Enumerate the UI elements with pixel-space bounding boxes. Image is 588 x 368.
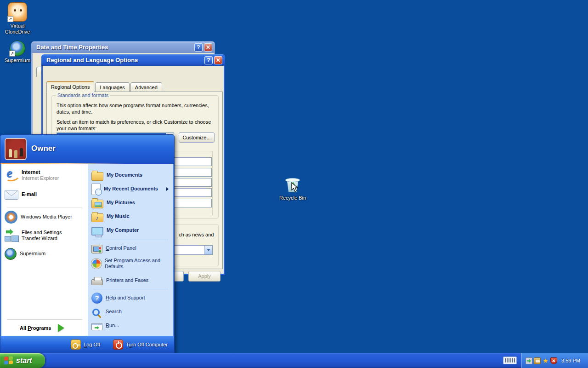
apply-button[interactable]: Apply xyxy=(188,271,220,282)
chevron-down-icon[interactable] xyxy=(204,246,212,254)
virtual-clonedrive-icon: ↗ xyxy=(8,2,27,22)
menu-item-my-computer[interactable]: My Computer xyxy=(89,224,172,237)
mouse-cursor xyxy=(291,182,299,193)
desktop-icon-label: Recycle Bin xyxy=(274,195,311,201)
menu-item-printers-and-faxes[interactable]: Printers and Faxes xyxy=(89,274,172,287)
window-title: Date and Time Properties xyxy=(36,44,193,51)
start-menu-footer: Log Off Turn Off Computer xyxy=(0,336,174,353)
tab-regional-options[interactable]: Regional Options xyxy=(46,81,94,92)
help-icon: ? xyxy=(91,293,102,304)
turn-off-computer-button[interactable]: Turn Off Computer xyxy=(110,339,168,350)
taskbar-clock[interactable]: 3:59 PM xyxy=(561,358,580,363)
start-menu-places-column: My Documents My Recent Documents My Pict… xyxy=(88,164,173,336)
menu-item-supermium[interactable]: Supermium xyxy=(2,247,87,261)
menu-item-transfer-wizard[interactable]: Files and Settings Transfer Wizard xyxy=(2,226,87,245)
menu-item-search[interactable]: Search xyxy=(89,305,172,318)
recent-documents-icon xyxy=(91,184,101,195)
shortcut-arrow-icon: ↗ xyxy=(7,16,13,22)
search-icon xyxy=(92,309,100,316)
folder-pictures-icon xyxy=(91,200,103,208)
separator xyxy=(93,289,169,289)
tab-advanced[interactable]: Advanced xyxy=(130,82,162,92)
menu-item-my-documents[interactable]: My Documents xyxy=(89,169,172,182)
customize-button[interactable]: Customize... xyxy=(179,132,215,143)
run-icon xyxy=(91,323,102,330)
email-icon xyxy=(5,190,18,200)
start-button[interactable]: start xyxy=(0,353,45,368)
log-off-button[interactable]: Log Off xyxy=(68,339,100,350)
start-menu: Owner Internet Internet Explorer E-mail … xyxy=(0,134,175,353)
menu-item-internet[interactable]: Internet Internet Explorer xyxy=(2,167,87,184)
help-button[interactable]: ? xyxy=(204,56,213,64)
menu-item-my-music[interactable]: My Music xyxy=(89,210,172,223)
desktop-icon-label: Supermium xyxy=(0,58,36,63)
close-button[interactable]: ✕ xyxy=(214,56,222,64)
menu-item-email[interactable]: E-mail xyxy=(2,187,87,202)
desktop-icon-supermium[interactable]: ↗ Supermium xyxy=(0,40,36,63)
menu-item-my-recent-documents[interactable]: My Recent Documents xyxy=(89,183,172,196)
menu-item-windows-media-player[interactable]: Windows Media Player xyxy=(2,210,87,224)
menu-item-my-pictures[interactable]: My Pictures xyxy=(89,196,172,209)
volume-icon[interactable] xyxy=(534,357,541,364)
menu-item-set-program-access[interactable]: Set Program Access and Defaults xyxy=(89,255,172,272)
all-programs-button[interactable]: All Programs xyxy=(20,324,64,332)
user-avatar xyxy=(5,138,27,160)
standards-description-2: Select an item to match its preferences,… xyxy=(57,119,213,132)
start-menu-header: Owner xyxy=(0,135,174,164)
folder-music-icon xyxy=(91,213,103,222)
group-legend: Standards and formats xyxy=(56,92,110,98)
security-alert-icon[interactable]: ✕ xyxy=(550,357,557,364)
supermium-icon xyxy=(5,248,17,260)
all-programs-arrow-icon xyxy=(58,324,64,332)
folder-icon xyxy=(91,172,103,181)
menu-item-sublabel: Internet Explorer xyxy=(22,175,59,181)
regional-titlebar[interactable]: Regional and Language Options ? ✕ xyxy=(41,54,225,66)
date-time-titlebar[interactable]: Date and Time Properties ? ✕ xyxy=(31,41,215,53)
tab-strip: Regional Options Languages Advanced xyxy=(46,80,163,92)
program-access-icon xyxy=(91,259,102,269)
shortcut-arrow-icon: ↗ xyxy=(9,51,15,57)
menu-item-run[interactable]: Run... xyxy=(89,319,172,332)
transfer-wizard-icon xyxy=(5,230,18,242)
user-name: Owner xyxy=(31,144,56,153)
close-button[interactable]: ✕ xyxy=(204,43,212,52)
help-button[interactable]: ? xyxy=(194,43,203,52)
supermium-icon: ↗ xyxy=(10,40,25,56)
keyboard-icon[interactable] xyxy=(503,356,517,364)
start-menu-pinned-column: Internet Internet Explorer E-mail Window… xyxy=(1,164,88,336)
separator xyxy=(93,240,169,240)
window-title: Regional and Language Options xyxy=(46,57,203,63)
separator xyxy=(7,319,82,320)
menu-item-control-panel[interactable]: Control Panel xyxy=(89,242,172,255)
desktop-icon-label: Virtual CloneDrive xyxy=(0,23,36,35)
power-icon xyxy=(113,339,123,350)
system-tray: ★ ✕ 3:59 PM xyxy=(521,353,588,368)
taskbar: start ★ ✕ 3:59 PM xyxy=(0,353,588,368)
log-off-key-icon xyxy=(71,339,81,350)
desktop-icon-virtual-clonedrive[interactable]: ↗ Virtual CloneDrive xyxy=(0,2,36,35)
menu-item-help-and-support[interactable]: ? Help and Support xyxy=(89,292,172,305)
windows-flag-icon xyxy=(4,356,13,365)
desktop: ↗ Virtual CloneDrive ↗ Supermium Recycle… xyxy=(0,0,588,368)
safely-remove-hardware-icon[interactable] xyxy=(526,357,532,364)
location-text-fragment: ch as news and xyxy=(179,231,214,238)
standards-description-1: This option affects how some programs fo… xyxy=(57,102,213,115)
tab-languages[interactable]: Languages xyxy=(95,82,129,92)
separator xyxy=(7,207,82,207)
media-player-icon xyxy=(5,211,17,224)
submenu-arrow-icon xyxy=(166,187,169,191)
printer-icon xyxy=(91,279,103,285)
my-computer-icon xyxy=(91,227,103,236)
updates-icon[interactable]: ★ xyxy=(542,357,549,364)
internet-explorer-icon xyxy=(5,168,18,182)
control-panel-icon xyxy=(91,245,102,253)
